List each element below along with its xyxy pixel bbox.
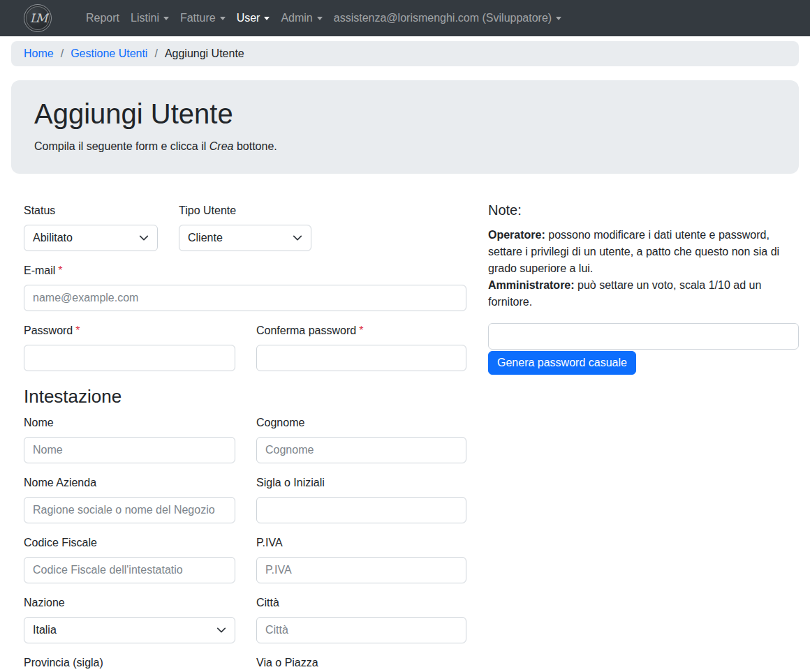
- tipo-utente-label: Tipo Utente: [179, 202, 311, 219]
- email-label: E-mail*: [24, 262, 466, 279]
- codice-fiscale-label: Codice Fiscale: [24, 535, 235, 551]
- nome-input[interactable]: [24, 437, 235, 463]
- breadcrumb-gestione-utenti-link[interactable]: Gestione Utenti: [71, 47, 147, 60]
- nav-item-listini[interactable]: Listini: [125, 12, 175, 24]
- citta-input[interactable]: [256, 617, 466, 643]
- nav-item-account[interactable]: assistenza@lorismenghi.com (Sviluppatore…: [328, 12, 567, 24]
- password-input[interactable]: [24, 345, 235, 371]
- breadcrumb-home-link[interactable]: Home: [24, 47, 54, 60]
- chevron-down-icon: [556, 17, 561, 20]
- codice-fiscale-input[interactable]: [24, 557, 235, 583]
- password-label: Password*: [24, 322, 235, 339]
- status-select[interactable]: Abilitato: [24, 225, 158, 251]
- note-title: Note:: [488, 202, 799, 218]
- note-panel: Note: Operatore: possono modificare i da…: [488, 202, 799, 672]
- nome-label: Nome: [24, 415, 235, 431]
- nav-item-admin[interactable]: Admin: [275, 12, 327, 24]
- chevron-down-icon: [216, 625, 226, 635]
- chevron-down-icon: [293, 233, 302, 243]
- nazione-label: Nazione: [24, 595, 235, 611]
- cognome-label: Cognome: [256, 415, 466, 431]
- chevron-down-icon: [220, 17, 226, 20]
- sigla-input[interactable]: [256, 497, 466, 523]
- required-marker: *: [75, 324, 80, 336]
- brand-monogram: LM: [30, 11, 46, 25]
- piva-label: P.IVA: [256, 535, 466, 551]
- cognome-input[interactable]: [256, 437, 466, 463]
- provincia-label: Provincia (sigla): [24, 655, 235, 671]
- user-form: Status Abilitato Tipo Utente Cliente E-m…: [24, 202, 466, 672]
- chevron-down-icon: [139, 233, 149, 243]
- email-input[interactable]: [24, 285, 466, 311]
- chevron-down-icon: [317, 17, 323, 20]
- generated-password-input[interactable]: [488, 323, 799, 350]
- nav-item-user[interactable]: User: [231, 12, 276, 24]
- section-title-intestazione: Intestazione: [24, 386, 466, 408]
- required-marker: *: [359, 324, 363, 336]
- breadcrumb-separator: /: [54, 47, 71, 60]
- citta-label: Città: [256, 595, 466, 611]
- status-select-value: Abilitato: [33, 232, 73, 244]
- status-label: Status: [24, 202, 158, 219]
- page-title: Aggiungi Utente: [34, 97, 776, 130]
- genera-password-button[interactable]: Genera password casuale: [488, 351, 636, 375]
- piva-input[interactable]: [256, 557, 466, 583]
- chevron-down-icon: [163, 17, 169, 20]
- nav-item-report[interactable]: Report: [80, 12, 125, 24]
- page-header-panel: Aggiungi Utente Compila il seguente form…: [11, 80, 799, 174]
- via-label: Via o Piazza: [256, 655, 466, 671]
- conferma-password-label: Conferma password*: [256, 322, 466, 339]
- note-line-operatore: Operatore: possono modificare i dati ute…: [488, 227, 799, 277]
- chevron-down-icon: [264, 17, 270, 20]
- tipo-utente-select-value: Cliente: [188, 232, 223, 244]
- breadcrumb-current: Aggiungi Utente: [165, 47, 244, 60]
- tipo-utente-select[interactable]: Cliente: [179, 225, 311, 251]
- page-subtitle: Compila il seguente form e clicca il Cre…: [34, 140, 776, 153]
- note-line-amministratore: Amministratore: può settare un voto, sca…: [488, 277, 799, 311]
- conferma-password-input[interactable]: [256, 345, 466, 371]
- top-navbar: LM Report Listini Fatture User Admin ass…: [0, 0, 810, 36]
- required-marker: *: [58, 264, 62, 276]
- nazione-select[interactable]: Italia: [24, 617, 235, 643]
- nazione-select-value: Italia: [33, 624, 57, 636]
- nome-azienda-input[interactable]: [24, 497, 235, 523]
- brand-logo[interactable]: LM: [24, 4, 52, 32]
- breadcrumb-separator: /: [147, 47, 164, 60]
- navbar-menu: Report Listini Fatture User Admin assist…: [80, 12, 567, 24]
- sigla-label: Sigla o Iniziali: [256, 475, 466, 491]
- breadcrumb: Home / Gestione Utenti / Aggiungi Utente: [11, 41, 799, 66]
- nome-azienda-label: Nome Azienda: [24, 475, 235, 491]
- nav-item-fatture[interactable]: Fatture: [175, 12, 231, 24]
